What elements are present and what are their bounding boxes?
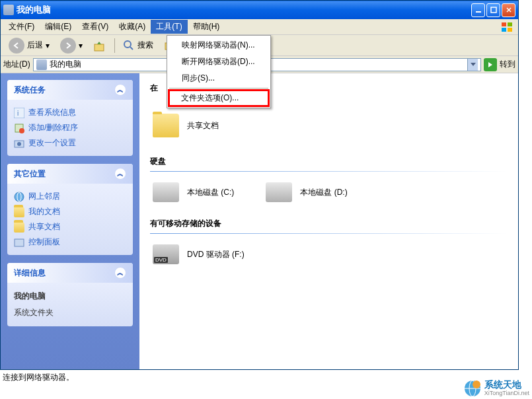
- chevron-down-icon: ▾: [46, 41, 50, 50]
- control-panel-link[interactable]: 控制面板: [14, 235, 126, 250]
- statusbar: 连接到网络驱动器。: [0, 371, 519, 382]
- svg-rect-5: [508, 28, 512, 32]
- settings-icon: [14, 138, 24, 149]
- drive-c-item[interactable]: 本地磁盘 (C:): [150, 180, 237, 205]
- collapse-icon[interactable]: ︽: [114, 267, 126, 279]
- menu-tools[interactable]: 工具(T): [151, 20, 187, 34]
- svg-point-15: [15, 192, 24, 201]
- address-label: 地址(D): [3, 59, 30, 70]
- collapse-icon[interactable]: ︽: [114, 168, 126, 180]
- up-button[interactable]: [89, 38, 110, 54]
- watermark: 系统天地 XiTongTianDi.net: [463, 379, 529, 398]
- svg-rect-1: [491, 7, 496, 13]
- menu-file[interactable]: 文件(F): [3, 20, 40, 34]
- info-icon: i: [14, 108, 24, 118]
- hard-disks-section-title: 硬盘: [150, 153, 508, 170]
- collapse-icon[interactable]: ︽: [114, 84, 126, 96]
- details-box: 详细信息 ︽ 我的电脑 系统文件夹: [7, 263, 133, 326]
- computer-icon: [36, 59, 47, 70]
- details-type: 系统文件夹: [14, 305, 126, 321]
- address-dropdown-button[interactable]: [467, 59, 478, 71]
- drive-d-item[interactable]: 本地磁盘 (D:): [263, 180, 350, 205]
- svg-point-14: [17, 142, 21, 146]
- window-title: 我的电脑: [17, 4, 471, 16]
- details-header[interactable]: 详细信息 ︽: [7, 263, 133, 283]
- forward-arrow-icon: [60, 38, 76, 54]
- menu-map-network-drive[interactable]: 映射网络驱动器(N)...: [169, 37, 269, 54]
- removable-section-title: 有可移动存储的设备: [150, 215, 508, 232]
- dvd-icon: [153, 244, 179, 264]
- add-remove-icon: [14, 123, 24, 133]
- system-tasks-box: 系统任务 ︽ i 查看系统信息 添加/删除程序 更改一个设置: [7, 80, 133, 156]
- menu-help[interactable]: 帮助(H): [188, 20, 225, 34]
- svg-rect-17: [15, 239, 24, 246]
- folder-up-icon: [93, 39, 106, 52]
- svg-rect-6: [95, 44, 104, 51]
- my-documents-link[interactable]: 我的文档: [14, 204, 126, 219]
- menu-sync[interactable]: 同步(S)...: [169, 70, 269, 87]
- dvd-drive-item[interactable]: DVD 驱动器 (F:): [150, 242, 508, 267]
- go-label: 转到: [500, 59, 515, 70]
- main-content: 在 共享文档 硬盘 本地磁盘 (C:) 本地磁盘 (D:) 有可移动存储的: [139, 73, 518, 369]
- search-button[interactable]: 搜索: [119, 38, 157, 53]
- menu-folder-options[interactable]: 文件夹选项(O)...: [168, 89, 270, 107]
- menu-disconnect-drive[interactable]: 断开网络驱动器(D)...: [169, 54, 269, 70]
- svg-point-20: [473, 381, 480, 388]
- menu-view[interactable]: 查看(V): [77, 20, 114, 34]
- network-icon: [14, 192, 24, 202]
- menu-favorites[interactable]: 收藏(A): [114, 20, 151, 34]
- svg-point-12: [19, 128, 24, 133]
- chevron-down-icon: ▾: [79, 41, 83, 50]
- menubar: 文件(F) 编辑(E) 查看(V) 收藏(A) 工具(T) 帮助(H): [1, 19, 518, 35]
- menu-edit[interactable]: 编辑(E): [40, 20, 77, 34]
- tools-dropdown-menu: 映射网络驱动器(N)... 断开网络驱动器(D)... 同步(S)... 文件夹…: [167, 35, 271, 108]
- go-button[interactable]: [484, 58, 497, 71]
- forward-button[interactable]: ▾: [56, 36, 87, 55]
- shared-documents-link[interactable]: 共享文档: [14, 219, 126, 235]
- svg-text:i: i: [17, 110, 19, 117]
- back-arrow-icon: [9, 38, 24, 54]
- minimize-button[interactable]: [471, 3, 485, 17]
- change-setting-link[interactable]: 更改一个设置: [14, 135, 126, 151]
- titlebar: 我的电脑: [1, 1, 518, 19]
- shared-icon: [14, 222, 24, 233]
- documents-icon: [14, 207, 24, 217]
- other-places-box: 其它位置 ︽ 网上邻居 我的文档 共享文档: [7, 164, 133, 255]
- other-places-header[interactable]: 其它位置 ︽: [7, 164, 133, 184]
- windows-flag-icon: [500, 20, 515, 34]
- network-neighborhood-link[interactable]: 网上邻居: [14, 189, 126, 204]
- search-icon: [123, 40, 135, 52]
- back-button[interactable]: 后退 ▾: [5, 36, 54, 55]
- tasks-panel: 系统任务 ︽ i 查看系统信息 添加/删除程序 更改一个设置: [1, 73, 139, 369]
- maximize-button[interactable]: [486, 3, 500, 17]
- system-tasks-header[interactable]: 系统任务 ︽: [7, 80, 133, 100]
- svg-rect-3: [508, 22, 512, 26]
- svg-rect-4: [502, 28, 506, 32]
- shared-documents-item[interactable]: 共享文档: [150, 108, 508, 143]
- svg-rect-9: [14, 108, 24, 118]
- drive-icon: [266, 182, 292, 202]
- svg-rect-2: [502, 22, 506, 26]
- folder-icon: [153, 114, 179, 137]
- view-system-info-link[interactable]: i 查看系统信息: [14, 105, 126, 120]
- details-name: 我的电脑: [14, 288, 126, 305]
- close-button[interactable]: [502, 3, 515, 17]
- app-icon: [3, 5, 14, 15]
- watermark-globe-icon: [463, 379, 482, 398]
- svg-point-7: [124, 41, 131, 48]
- svg-rect-0: [476, 11, 481, 13]
- control-panel-icon: [14, 237, 24, 248]
- add-remove-programs-link[interactable]: 添加/删除程序: [14, 120, 126, 135]
- drive-icon: [153, 182, 179, 202]
